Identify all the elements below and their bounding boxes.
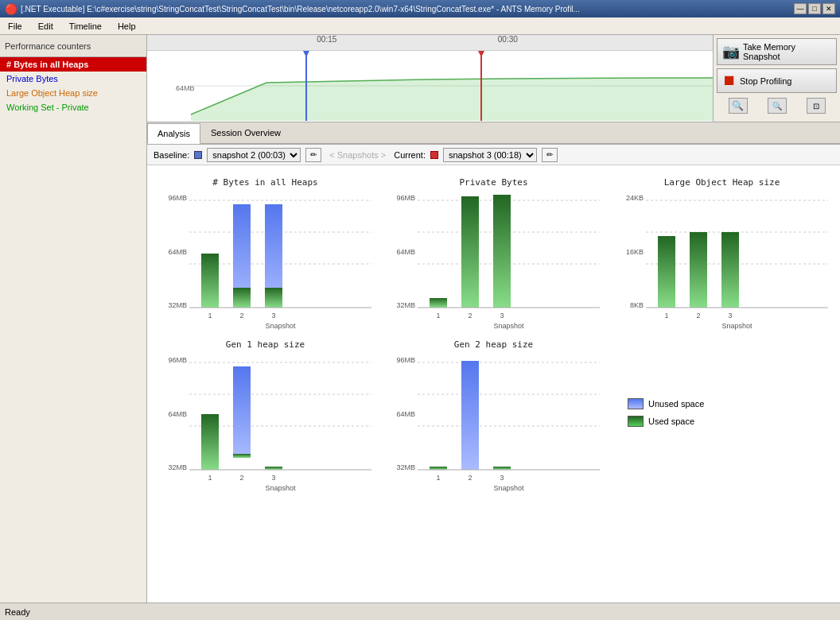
- sidebar-item-private-bytes[interactable]: Private Bytes: [0, 72, 146, 86]
- baseline-edit-button[interactable]: ✏: [305, 148, 321, 162]
- sidebar-item-large-heap[interactable]: Large Object Heap size: [0, 86, 146, 100]
- main-container: Performance counters # Bytes in all Heap…: [0, 35, 840, 603]
- svg-rect-24: [461, 196, 479, 308]
- baseline-label: Baseline:: [154, 150, 189, 160]
- chart-svg-5: 1 2 3: [418, 355, 600, 486]
- svg-text:1: 1: [436, 312, 440, 320]
- legend-used-box: [628, 416, 644, 427]
- svg-text:2: 2: [468, 474, 472, 482]
- stop-icon: ⏹: [722, 72, 737, 89]
- chart-svg-1: 1 2 3: [189, 192, 371, 324]
- sidebar-item-bytes-all-heaps[interactable]: # Bytes in all Heaps: [0, 57, 146, 72]
- maximize-button[interactable]: □: [808, 3, 821, 14]
- chart-large-heap: Large Object Heap size 24KB 16KB 8KB: [612, 173, 832, 327]
- chart-bytes-title: # Bytes in all Heaps: [159, 177, 371, 188]
- zoom-bar: 🔍 🔍 ⊡: [717, 96, 837, 115]
- svg-rect-35: [721, 232, 739, 308]
- timeline-graph: 64MB: [147, 51, 713, 121]
- take-memory-snapshot-button[interactable]: 📷 Take Memory Snapshot: [717, 38, 837, 65]
- y-label-96mb-1: 96MB: [168, 194, 187, 202]
- chart-gen1-title: Gen 1 heap size: [159, 339, 371, 350]
- zoom-fit-button[interactable]: ⊡: [807, 98, 826, 114]
- app-icon: 🔴: [5, 3, 18, 15]
- y-label-8kb: 8KB: [630, 301, 644, 309]
- menu-file[interactable]: File: [3, 20, 27, 33]
- stop-profiling-button[interactable]: ⏹ Stop Profiling: [717, 68, 837, 93]
- charts-grid: # Bytes in all Heaps 96MB 64MB 32MB: [155, 173, 832, 490]
- legend-unused-box: [628, 398, 644, 409]
- tick-1515: 00:15: [317, 35, 336, 44]
- current-indicator: [430, 151, 438, 159]
- svg-text:2: 2: [239, 312, 243, 320]
- y-label-64mb-4: 64MB: [168, 410, 187, 418]
- title-bar-left: 🔴 [.NET Executable] E:\c#exercise\string…: [5, 3, 580, 15]
- right-panel: 00:15 00:30 64MB: [147, 35, 840, 603]
- menu-edit[interactable]: Edit: [33, 20, 58, 33]
- y-label-32mb-2: 32MB: [396, 301, 415, 309]
- timeline-chart: 00:15 00:30 64MB: [147, 35, 713, 122]
- current-label: Current:: [394, 150, 426, 160]
- legend-unused: Unused space: [628, 398, 704, 409]
- minimize-button[interactable]: —: [794, 3, 807, 14]
- timeline-area: 00:15 00:30 64MB: [147, 35, 840, 122]
- svg-rect-33: [658, 236, 675, 308]
- zoom-out-button[interactable]: 🔍: [768, 98, 787, 114]
- camera-icon: 📷: [722, 43, 740, 60]
- status-bar: Ready: [0, 603, 840, 620]
- tab-session-overview[interactable]: Session Overview: [200, 122, 291, 143]
- baseline-indicator: [194, 151, 202, 159]
- tab-analysis[interactable]: Analysis: [147, 123, 200, 144]
- memory-snapshot-label: Take Memory Snapshot: [743, 42, 831, 61]
- y-label-16kb: 16KB: [626, 248, 644, 256]
- status-text: Ready: [5, 607, 30, 617]
- title-text: [.NET Executable] E:\c#exercise\string\S…: [21, 5, 580, 14]
- y-label-96mb-5: 96MB: [396, 356, 415, 364]
- y-label-96mb-2: 96MB: [396, 194, 415, 202]
- y-label-64mb-5: 64MB: [396, 410, 415, 418]
- legend-used: Used space: [628, 416, 694, 427]
- close-button[interactable]: ✕: [822, 3, 835, 14]
- svg-rect-44: [233, 366, 251, 458]
- svg-rect-15: [265, 288, 282, 308]
- menu-help[interactable]: Help: [113, 20, 141, 33]
- tab-session-overview-label: Session Overview: [211, 128, 281, 138]
- chart-svg-2: 1 2 3: [418, 192, 600, 324]
- current-select[interactable]: snapshot 3 (00:18): [443, 148, 537, 162]
- timeline-ruler: 00:15 00:30: [147, 35, 713, 51]
- chart-gen2: Gen 2 heap size 96MB 64MB 32MB: [383, 335, 604, 490]
- baseline-select[interactable]: snapshot 2 (00:03): [207, 148, 301, 162]
- svg-text:2: 2: [696, 312, 700, 320]
- svg-text:2: 2: [239, 474, 243, 482]
- tick-0030: 00:30: [498, 35, 518, 44]
- y-label-32mb-5: 32MB: [396, 463, 415, 471]
- y-label-64mb-1: 64MB: [168, 248, 187, 256]
- svg-rect-23: [430, 298, 447, 308]
- menu-bar: File Edit Timeline Help: [0, 17, 840, 35]
- sidebar: Performance counters # Bytes in all Heap…: [0, 35, 147, 603]
- tab-bar: Analysis Session Overview: [147, 122, 840, 145]
- y-label-64mb-2: 64MB: [396, 248, 415, 256]
- svg-rect-54: [430, 467, 447, 470]
- chart-bytes-all-heaps: # Bytes in all Heaps 96MB 64MB 32MB: [155, 173, 375, 327]
- zoom-in-button[interactable]: 🔍: [729, 98, 748, 114]
- svg-text:1: 1: [436, 474, 440, 482]
- chart-private-bytes: Private Bytes 96MB 64MB 32MB: [383, 173, 604, 327]
- title-bar-buttons: — □ ✕: [794, 3, 835, 14]
- svg-rect-13: [233, 288, 251, 308]
- sidebar-item-working-set[interactable]: Working Set - Private: [0, 100, 146, 114]
- svg-text:3: 3: [728, 312, 732, 320]
- svg-text:3: 3: [271, 474, 275, 482]
- tab-analysis-label: Analysis: [158, 129, 190, 138]
- snapshot-bar: Baseline: snapshot 2 (00:03) ✏ < Snapsho…: [147, 145, 840, 165]
- svg-rect-25: [493, 195, 511, 308]
- svg-rect-55: [461, 361, 479, 470]
- svg-text:1: 1: [208, 474, 212, 482]
- svg-marker-6: [478, 51, 484, 57]
- legend-used-label: Used space: [648, 417, 694, 426]
- svg-marker-4: [303, 51, 309, 57]
- timeline-svg: 64MB: [147, 51, 713, 121]
- chart-gen2-title: Gen 2 heap size: [387, 339, 600, 350]
- chart-private-title: Private Bytes: [387, 177, 600, 188]
- current-edit-button[interactable]: ✏: [542, 148, 558, 162]
- menu-timeline[interactable]: Timeline: [64, 20, 107, 33]
